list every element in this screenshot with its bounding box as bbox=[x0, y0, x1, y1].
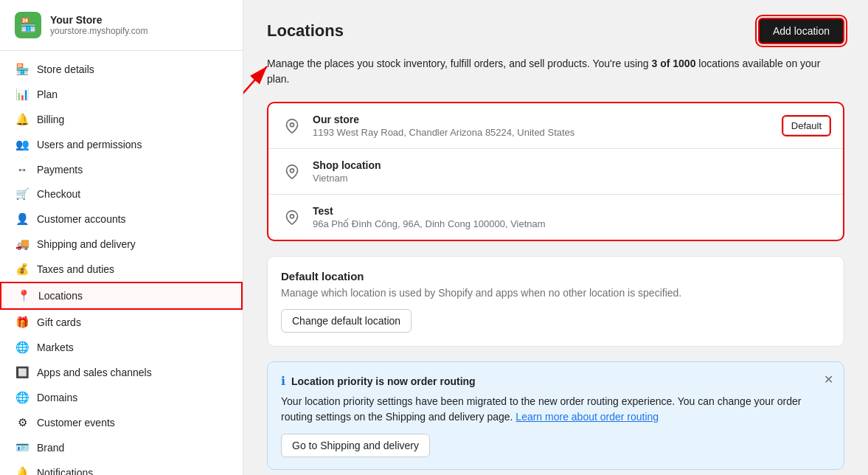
sidebar-item-label: Apps and sales channels bbox=[37, 367, 228, 378]
sidebar-header: 🏪 Your Store yourstore.myshopify.com bbox=[0, 0, 243, 51]
users-icon: 👥 bbox=[15, 138, 29, 151]
default-location-title: Default location bbox=[281, 270, 830, 282]
store-icon-glyph: 🏪 bbox=[20, 17, 36, 33]
store-details-icon: 🏪 bbox=[15, 63, 29, 76]
checkout-icon: 🛒 bbox=[15, 187, 29, 201]
info-icon: ℹ bbox=[281, 374, 285, 388]
sidebar-item-locations[interactable]: 📍 Locations bbox=[0, 282, 243, 310]
banner-title: Location priority is now order routing bbox=[291, 375, 476, 387]
sidebar-item-label: Notifications bbox=[37, 467, 228, 475]
domains-icon: 🌐 bbox=[15, 391, 29, 404]
sidebar-item-customer-events[interactable]: ⚙ Customer events bbox=[0, 410, 243, 435]
billing-icon: 🔔 bbox=[15, 113, 29, 126]
location-name-shop: Shop location bbox=[313, 159, 830, 171]
sidebar-item-label: Plan bbox=[37, 89, 228, 100]
locations-section: Our store 1193 West Ray Road, Chandler A… bbox=[267, 102, 844, 241]
banner-header: ℹ Location priority is now order routing bbox=[281, 374, 830, 388]
page-header: Locations Add location bbox=[267, 18, 844, 44]
sidebar-item-customer-accounts[interactable]: 👤 Customer accounts bbox=[0, 207, 243, 232]
locations-card: Our store 1193 West Ray Road, Chandler A… bbox=[267, 102, 844, 241]
location-info-test: Test 96a Phố Đình Công, 96A, Dinh Cong 1… bbox=[313, 205, 830, 229]
banner-body: Your location priority settings have bee… bbox=[281, 394, 830, 425]
customer-events-icon: ⚙ bbox=[15, 416, 29, 429]
pin-icon bbox=[282, 116, 302, 136]
sidebar-item-label: Locations bbox=[38, 290, 226, 302]
sidebar-item-domains[interactable]: 🌐 Domains bbox=[0, 385, 243, 410]
notifications-icon: 🔔 bbox=[15, 466, 29, 475]
sidebar-item-taxes-duties[interactable]: 💰 Taxes and duties bbox=[0, 257, 243, 282]
default-location-desc: Manage which location is used by Shopify… bbox=[281, 287, 830, 299]
banner-link[interactable]: Learn more about order routing bbox=[515, 411, 659, 423]
info-banner: ℹ Location priority is now order routing… bbox=[267, 361, 844, 470]
sidebar-item-store-details[interactable]: 🏪 Store details bbox=[0, 57, 243, 82]
customer-accounts-icon: 👤 bbox=[15, 212, 29, 226]
svg-point-1 bbox=[291, 168, 294, 172]
subtitle-text: Manage the places you stock inventory, f… bbox=[267, 58, 652, 69]
sidebar-item-label: Domains bbox=[37, 392, 228, 403]
subtitle-bold: 3 of 1000 bbox=[652, 58, 696, 69]
brand-icon: 🪪 bbox=[15, 441, 29, 454]
location-item-our-store[interactable]: Our store 1193 West Ray Road, Chandler A… bbox=[268, 103, 843, 149]
sidebar-item-checkout[interactable]: 🛒 Checkout bbox=[0, 181, 243, 207]
sidebar-item-payments[interactable]: ↔ Payments bbox=[0, 157, 243, 181]
store-name: Your Store bbox=[50, 14, 148, 26]
locations-icon: 📍 bbox=[16, 289, 31, 302]
sidebar-item-notifications[interactable]: 🔔 Notifications bbox=[0, 460, 243, 475]
sidebar-item-plan[interactable]: 📊 Plan bbox=[0, 82, 243, 107]
go-to-shipping-button[interactable]: Go to Shipping and delivery bbox=[281, 434, 430, 457]
location-name: Our store bbox=[313, 114, 783, 125]
sidebar-nav: 🏪 Store details 📊 Plan 🔔 Billing 👥 Users… bbox=[0, 51, 243, 475]
sidebar-item-label: Taxes and duties bbox=[37, 263, 228, 275]
taxes-icon: 💰 bbox=[15, 263, 29, 276]
store-info: Your Store yourstore.myshopify.com bbox=[50, 14, 148, 36]
sidebar: 🏪 Your Store yourstore.myshopify.com 🏪 S… bbox=[0, 0, 243, 475]
sidebar-item-billing[interactable]: 🔔 Billing bbox=[0, 107, 243, 132]
shipping-icon: 🚚 bbox=[15, 238, 29, 251]
svg-point-0 bbox=[291, 122, 294, 126]
svg-line-4 bbox=[243, 66, 267, 108]
plan-icon: 📊 bbox=[15, 88, 29, 101]
pin-icon-shop bbox=[282, 162, 302, 182]
sidebar-item-label: Gift cards bbox=[37, 316, 228, 328]
location-address-test: 96a Phố Đình Công, 96A, Dinh Cong 100000… bbox=[313, 218, 830, 229]
default-badge: Default bbox=[783, 117, 830, 135]
sidebar-item-label: Billing bbox=[37, 114, 228, 125]
sidebar-item-label: Markets bbox=[37, 341, 228, 353]
sidebar-item-apps-sales-channels[interactable]: 🔲 Apps and sales channels bbox=[0, 360, 243, 385]
sidebar-item-users-permissions[interactable]: 👥 Users and permissions bbox=[0, 132, 243, 157]
default-location-card: Default location Manage which location i… bbox=[267, 256, 844, 347]
store-icon: 🏪 bbox=[15, 12, 41, 38]
payments-icon: ↔ bbox=[15, 163, 29, 176]
sidebar-item-label: Customer events bbox=[37, 417, 228, 429]
page-title: Locations bbox=[267, 21, 344, 41]
sidebar-item-markets[interactable]: 🌐 Markets bbox=[0, 335, 243, 360]
sidebar-item-label: Customer accounts bbox=[37, 213, 228, 225]
apps-icon: 🔲 bbox=[15, 366, 29, 379]
sidebar-item-label: Store details bbox=[37, 63, 228, 75]
svg-point-2 bbox=[291, 214, 294, 218]
markets-icon: 🌐 bbox=[15, 341, 29, 354]
sidebar-item-label: Users and permissions bbox=[37, 139, 228, 150]
sidebar-item-brand[interactable]: 🪪 Brand bbox=[0, 435, 243, 460]
sidebar-item-label: Shipping and delivery bbox=[37, 238, 228, 250]
location-name-test: Test bbox=[313, 205, 830, 217]
sidebar-item-label: Payments bbox=[37, 164, 228, 176]
location-item-shop-location[interactable]: Shop location Vietnam bbox=[268, 149, 843, 195]
location-info-shop: Shop location Vietnam bbox=[313, 159, 830, 184]
sidebar-item-shipping-delivery[interactable]: 🚚 Shipping and delivery bbox=[0, 232, 243, 257]
location-address: 1193 West Ray Road, Chandler Arizona 852… bbox=[313, 127, 783, 138]
location-info-our-store: Our store 1193 West Ray Road, Chandler A… bbox=[313, 114, 783, 138]
banner-close-button[interactable]: ✕ bbox=[824, 372, 833, 386]
sidebar-item-gift-cards[interactable]: 🎁 Gift cards bbox=[0, 310, 243, 335]
add-location-button[interactable]: Add location bbox=[758, 18, 844, 44]
sidebar-item-label: Brand bbox=[37, 442, 228, 454]
location-item-test[interactable]: Test 96a Phố Đình Công, 96A, Dinh Cong 1… bbox=[268, 195, 843, 240]
location-address-shop: Vietnam bbox=[313, 173, 830, 184]
change-default-location-button[interactable]: Change default location bbox=[281, 309, 412, 333]
app-container: 🏪 Your Store yourstore.myshopify.com 🏪 S… bbox=[0, 0, 868, 475]
store-url: yourstore.myshopify.com bbox=[50, 26, 148, 36]
sidebar-item-label: Checkout bbox=[37, 188, 228, 200]
subtitle: Manage the places you stock inventory, f… bbox=[267, 56, 844, 87]
main-content: Locations Add location Manage the places… bbox=[243, 0, 868, 475]
pin-icon-test bbox=[282, 207, 302, 228]
